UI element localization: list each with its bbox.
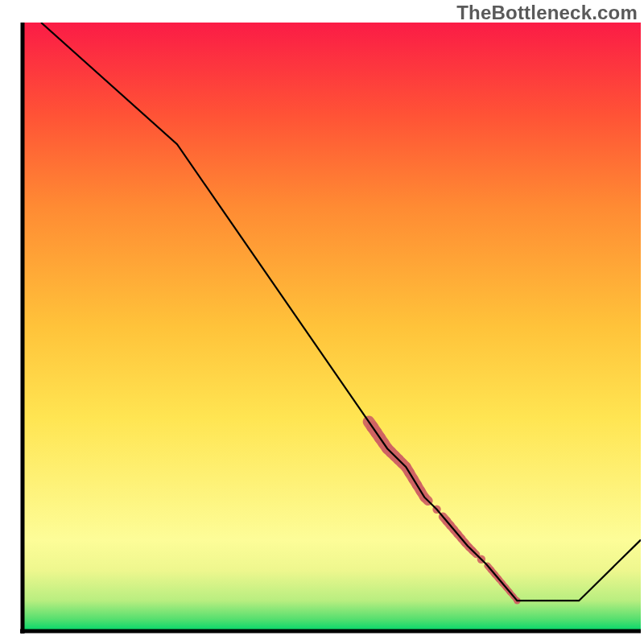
chart-svg bbox=[0, 0, 644, 644]
chart-background-gradient bbox=[23, 23, 641, 631]
watermark-text: TheBottleneck.com bbox=[456, 2, 638, 24]
chart-container: TheBottleneck.com bbox=[0, 0, 644, 644]
